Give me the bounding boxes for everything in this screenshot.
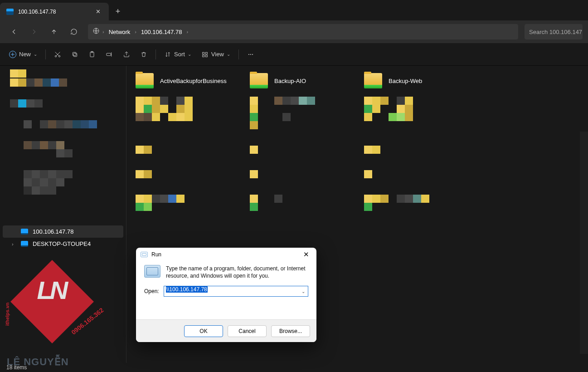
delete-button[interactable] [136, 47, 152, 62]
sidebar-item-network-desktop[interactable]: › DESKTOP-GTOUPE4 [0, 238, 126, 250]
network-folder-icon [250, 73, 268, 88]
share-button[interactable] [118, 47, 135, 62]
command-toolbar: New⌄ Sort⌄ View⌄ [0, 43, 588, 66]
svg-point-1 [55, 55, 56, 57]
svg-point-12 [248, 54, 249, 54]
network-folder-icon [136, 73, 154, 88]
ok-button[interactable]: OK [184, 325, 223, 337]
svg-rect-11 [205, 55, 207, 57]
run-dialog-body: Type the name of a program, folder, docu… [136, 261, 316, 319]
network-folder-icon [364, 73, 382, 88]
run-dialog: Run ✕ Type the name of a program, folder… [136, 248, 316, 342]
sidebar-item-label: DESKTOP-GTOUPE4 [33, 240, 91, 247]
sidebar-item-network-host[interactable]: 100.106.147.78 [3, 225, 123, 238]
navigation-sidebar: 100.106.147.78 › DESKTOP-GTOUPE4 [0, 66, 126, 363]
sidebar-group-redacted [0, 99, 126, 108]
breadcrumb-host[interactable]: 100.106.147.78 [139, 28, 184, 36]
run-dialog-titlebar[interactable]: Run ✕ [136, 248, 316, 261]
plus-circle-icon [9, 51, 16, 58]
folder-item[interactable]: Backup-AIO [250, 70, 364, 91]
status-bar: 18 items [0, 363, 588, 372]
run-dialog-title: Run [151, 251, 161, 258]
monitor-icon [21, 229, 28, 235]
cancel-button[interactable]: Cancel [228, 325, 267, 337]
cut-button[interactable] [49, 47, 66, 62]
svg-point-13 [250, 54, 251, 54]
toolbar-separator [156, 49, 156, 59]
rename-button[interactable] [101, 47, 117, 62]
svg-rect-3 [73, 53, 77, 56]
view-button[interactable]: View⌄ [197, 47, 235, 62]
paste-button[interactable] [84, 47, 100, 62]
forward-button[interactable] [25, 24, 43, 40]
monitor-icon [6, 9, 14, 15]
svg-rect-8 [203, 52, 204, 54]
svg-point-14 [252, 54, 253, 54]
folder-label: ActiveBackupforBusiness [160, 78, 227, 84]
sidebar-group-redacted [0, 141, 126, 157]
run-icon [141, 252, 148, 257]
back-button[interactable] [5, 24, 23, 40]
folder-label: Backup-AIO [274, 78, 306, 84]
watermark-url: ithelps.vn [5, 303, 10, 326]
tab-title: 100.106.147.78 [18, 9, 89, 15]
chevron-down-icon: ⌄ [34, 52, 37, 57]
chevron-right-icon: › [102, 29, 104, 34]
search-input[interactable]: Search 100.106.147. [525, 24, 583, 39]
chevron-down-icon: ⌄ [227, 52, 230, 57]
view-label: View [211, 51, 224, 58]
address-bar[interactable]: › Network › 100.106.147.78 › [88, 24, 518, 39]
sidebar-item-label: 100.106.147.78 [33, 228, 73, 235]
run-open-label: Open: [144, 288, 159, 294]
window-titlebar: 100.106.147.78 ✕ + [0, 0, 588, 20]
refresh-button[interactable] [65, 24, 83, 40]
chevron-down-icon: ⌄ [188, 52, 191, 57]
new-button[interactable]: New⌄ [5, 47, 42, 62]
svg-rect-9 [205, 52, 207, 54]
folder-label: Backup-Web [389, 78, 422, 84]
plus-icon: + [116, 7, 121, 16]
navigation-bar: › Network › 100.106.147.78 › Search 100.… [0, 20, 588, 43]
new-tab-button[interactable]: + [109, 3, 127, 20]
chevron-right-icon: › [135, 29, 136, 34]
toolbar-separator [45, 49, 46, 59]
run-dialog-buttons: OK Cancel Browse... [136, 319, 316, 342]
search-placeholder: Search 100.106.147. [529, 29, 583, 35]
folder-row: ActiveBackupforBusiness Backup-AIO Backu… [136, 70, 579, 91]
browse-button[interactable]: Browse... [271, 325, 310, 337]
breadcrumb-network[interactable]: Network [107, 28, 132, 36]
sort-label: Sort [174, 51, 185, 58]
up-button[interactable] [45, 24, 63, 40]
folder-item[interactable]: Backup-Web [364, 70, 478, 91]
close-icon[interactable]: ✕ [94, 7, 102, 16]
tab-active[interactable]: 100.106.147.78 ✕ [0, 3, 109, 20]
sidebar-group-redacted [0, 120, 126, 128]
copy-button[interactable] [67, 47, 83, 62]
run-open-combobox[interactable]: \\100.106.147.78 ⌄ [164, 286, 308, 297]
svg-rect-7 [107, 53, 111, 55]
new-label: New [19, 51, 31, 58]
redacted-row [136, 140, 579, 165]
redacted-row [136, 189, 579, 222]
chevron-right-icon: › [12, 241, 16, 247]
run-input-value: \\100.106.147.78 [166, 286, 208, 293]
run-open-input[interactable]: \\100.106.147.78 [164, 286, 308, 297]
details-panel-collapsed[interactable] [580, 132, 588, 354]
folder-item[interactable]: ActiveBackupforBusiness [136, 70, 250, 91]
redacted-row [136, 165, 579, 189]
chevron-right-icon: › [186, 29, 188, 34]
svg-rect-10 [203, 55, 204, 57]
sort-button[interactable]: Sort⌄ [160, 47, 196, 62]
run-program-icon [144, 265, 160, 278]
redacted-row [136, 91, 579, 140]
monitor-icon [21, 241, 28, 247]
globe-icon [92, 27, 100, 36]
svg-rect-4 [73, 52, 76, 55]
chevron-down-icon[interactable]: ⌄ [299, 287, 307, 296]
more-button[interactable] [243, 47, 259, 62]
svg-point-2 [58, 55, 60, 57]
sidebar-group-redacted [0, 69, 126, 87]
sidebar-group-redacted [0, 170, 126, 195]
run-dialog-description: Type the name of a program, folder, docu… [166, 265, 308, 279]
close-icon[interactable]: ✕ [301, 250, 312, 259]
